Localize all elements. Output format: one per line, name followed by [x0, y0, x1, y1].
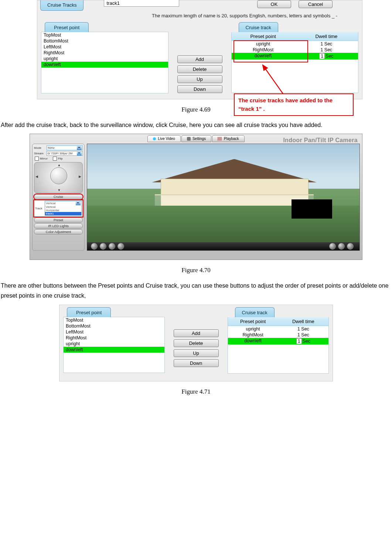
table-row-selected[interactable]: downleft 1Sec: [232, 53, 358, 59]
add-button[interactable]: Add: [177, 55, 222, 63]
up-button[interactable]: Up: [177, 75, 222, 83]
tab-playback[interactable]: Playback: [212, 135, 245, 142]
track-label: Track: [35, 207, 45, 210]
preset-listbox[interactable]: TopMost BottomMost LeftMost RightMost up…: [41, 32, 168, 93]
select-option[interactable]: Horizental: [45, 209, 81, 212]
cruise-track-list[interactable]: upright 1 Sec RightMost 1 Sec downleft 1…: [228, 326, 329, 374]
checkbox-icon: [53, 157, 57, 161]
body-paragraph: After add the cruise track, back to the …: [1, 120, 391, 130]
film-icon: [218, 137, 222, 141]
list-item[interactable]: TopMost: [64, 317, 164, 323]
stop-button-icon[interactable]: [100, 243, 106, 250]
table-row[interactable]: RightMost 1 Sec: [228, 332, 329, 338]
figure-caption: Figure 4.70: [0, 267, 392, 274]
tab-preset-point[interactable]: Preset point: [67, 307, 111, 317]
mode-select[interactable]: 50Hz: [47, 145, 83, 150]
th-dwell-time: Dwell time: [278, 317, 328, 326]
chevron-down-icon: [77, 151, 82, 155]
table-row[interactable]: RightMost 1 Sec: [232, 47, 358, 53]
list-item[interactable]: RightMost: [64, 335, 164, 341]
dwell-number-input[interactable]: 1: [296, 338, 302, 344]
ir-led-section-button[interactable]: IR LED Lights: [34, 223, 83, 229]
tab-live-video[interactable]: Live Video: [147, 135, 181, 142]
flip-checkbox[interactable]: Flip: [53, 157, 63, 161]
add-button[interactable]: Add: [174, 329, 219, 337]
list-item[interactable]: upright: [64, 341, 164, 347]
dwell-unit: Sec: [325, 54, 334, 59]
wrench-icon: [187, 137, 191, 141]
chevron-down-icon: [76, 201, 81, 205]
cell-dwell: 1 Sec: [295, 41, 358, 47]
cancel-button[interactable]: Cancel: [299, 0, 333, 8]
cell-dwell[interactable]: 1Sec: [295, 53, 358, 59]
select-option[interactable]: Vertical: [45, 205, 81, 209]
cell-dwell: 1 Sec: [295, 47, 358, 53]
list-item[interactable]: LeftMost: [64, 329, 164, 335]
tab-cruise-track[interactable]: Cruise track: [239, 22, 278, 32]
tab-preset-point[interactable]: Preset point: [45, 22, 89, 32]
track-select-open[interactable]: Vertical Vertical Horizental track1: [45, 201, 82, 216]
delete-button[interactable]: Delete: [177, 65, 222, 73]
video-content: [87, 144, 359, 250]
cell-dwell: 1 Sec: [278, 332, 328, 338]
surveillance-window: Live Video Settings Playback Indoor Pan/…: [30, 134, 362, 260]
table-row[interactable]: upright 1 Sec: [228, 326, 329, 332]
down-button[interactable]: Down: [177, 85, 222, 93]
cell-dwell: 1 Sec: [278, 326, 328, 332]
table-row[interactable]: upright 1 Sec: [232, 41, 358, 47]
dwell-number-input[interactable]: 1: [319, 53, 325, 59]
ptz-pad[interactable]: ▲ ▼ ◀ ▶: [34, 162, 83, 193]
multiview-button-icon[interactable]: [347, 243, 354, 250]
cruise-track-list[interactable]: upright 1 Sec RightMost 1 Sec downleft 1…: [231, 41, 359, 93]
checkbox-label: Flip: [58, 157, 63, 160]
list-item[interactable]: BottomMost: [64, 323, 164, 329]
color-adjust-section-button[interactable]: Color Adjustment: [34, 229, 83, 234]
record-button-icon[interactable]: [117, 243, 124, 250]
preset-listbox[interactable]: TopMost BottomMost LeftMost RightMost up…: [63, 317, 165, 373]
tab-label: Settings: [192, 137, 206, 141]
figure-caption: Figure 4.71: [0, 388, 392, 395]
mirror-checkbox[interactable]: Mirror: [35, 157, 48, 161]
arrow-up-icon[interactable]: ▲: [57, 163, 61, 167]
table-row-selected[interactable]: downleft 1Sec: [228, 338, 329, 345]
arrow-left-icon[interactable]: ◀: [35, 175, 38, 178]
list-item-selected[interactable]: downleft: [64, 347, 164, 353]
stream-select[interactable]: 0/ 720P/ 30fps/ 2M: [47, 151, 83, 156]
track-name-input[interactable]: track1: [104, 0, 179, 7]
list-item[interactable]: upright: [41, 56, 168, 62]
list-item[interactable]: BottomMost: [41, 38, 168, 44]
th-preset-point: Preset point: [232, 32, 295, 41]
list-item[interactable]: RightMost: [41, 50, 168, 56]
select-option-highlighted[interactable]: track1: [45, 212, 81, 215]
tab-settings[interactable]: Settings: [181, 135, 211, 142]
cruise-section-button[interactable]: Cruise: [34, 194, 83, 199]
video-view[interactable]: [87, 144, 360, 251]
preset-cruise-panel: Preset point TopMost BottomMost LeftMost…: [59, 305, 333, 381]
arrow-right-icon[interactable]: ▶: [79, 175, 81, 178]
play-button-icon[interactable]: [91, 243, 98, 250]
preset-section-button[interactable]: Preset: [34, 217, 83, 223]
arrow-down-icon[interactable]: ▼: [57, 188, 61, 192]
ptz-knob[interactable]: [50, 167, 67, 184]
stream-value: 0/ 720P/ 30fps/ 2M: [48, 152, 72, 155]
list-item[interactable]: LeftMost: [41, 44, 168, 50]
cell-preset: upright: [232, 41, 295, 47]
down-button[interactable]: Down: [174, 359, 219, 367]
cell-preset: RightMost: [232, 47, 295, 53]
tab-cruise-tracks[interactable]: Cruise Tracks: [40, 0, 83, 11]
mode-value: 50Hz: [48, 146, 55, 150]
cruise-tracks-dialog: Cruise Tracks track1 OK Cancel The maxim…: [37, 0, 362, 99]
fullscreen-button-icon[interactable]: [338, 243, 345, 250]
list-item[interactable]: TopMost: [41, 32, 168, 38]
cell-dwell[interactable]: 1Sec: [278, 338, 328, 345]
snapshot-button-icon[interactable]: [109, 243, 115, 250]
th-dwell-time: Dwell time: [295, 32, 358, 41]
brand-title: Indoor Pan/Tilt IP Camera: [283, 137, 358, 144]
up-button[interactable]: Up: [174, 349, 219, 357]
ok-button[interactable]: OK: [257, 0, 291, 8]
delete-button[interactable]: Delete: [174, 339, 219, 347]
list-item-selected[interactable]: downleft: [41, 62, 168, 68]
tab-cruise-track[interactable]: Cruise track: [235, 307, 275, 317]
audio-button-icon[interactable]: [329, 243, 336, 250]
reorder-buttons: Add Delete Up Down: [168, 307, 224, 374]
